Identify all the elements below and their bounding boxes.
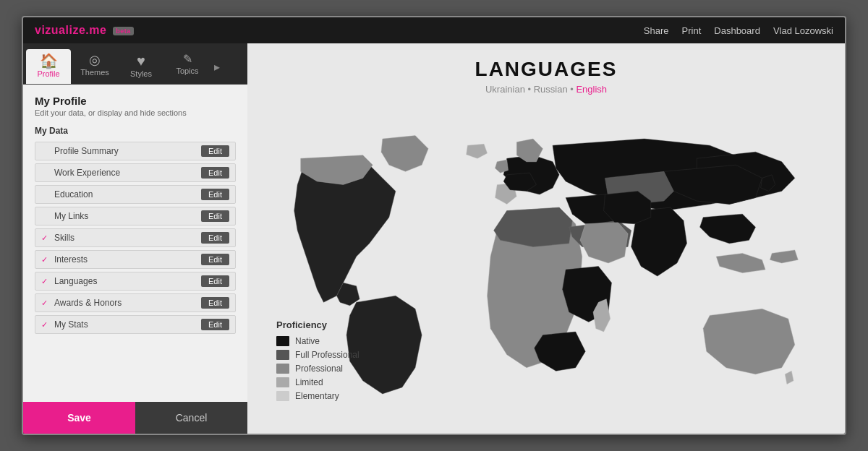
- topics-icon: ✎: [183, 53, 192, 65]
- home-icon: 🏠: [40, 53, 58, 68]
- tab-topics-label: Topics: [176, 66, 198, 75]
- styles-icon: ♥: [137, 53, 145, 68]
- sidebar-tabs: 🏠 Profile ◎ Themes ♥ Styles ✎ Topics ▸: [23, 43, 247, 85]
- legend-items: Native Full Professional Professional Li…: [276, 336, 359, 401]
- legend-item: Professional: [276, 364, 359, 374]
- nav-print[interactable]: Print: [682, 25, 702, 36]
- row-check: ✓: [41, 320, 50, 330]
- beta-badge: beta: [113, 27, 134, 35]
- sidebar-footer: Save Cancel: [23, 402, 247, 434]
- tab-profile[interactable]: 🏠 Profile: [26, 49, 71, 84]
- logo: vizualize.me beta: [35, 24, 134, 37]
- edit-button[interactable]: Edit: [201, 189, 229, 200]
- data-rows-container: Profile Summary Edit Work Experience Edi…: [35, 142, 236, 334]
- save-button[interactable]: Save: [23, 402, 135, 434]
- row-label: Awards & Honors: [54, 298, 201, 308]
- nav-dashboard[interactable]: Dashboard: [714, 25, 760, 36]
- legend-label: Limited: [295, 377, 323, 387]
- data-row: ✓ My Stats Edit: [35, 315, 236, 334]
- legend-swatch: [276, 364, 289, 374]
- profile-subtitle: Edit your data, or display and hide sect…: [35, 108, 236, 117]
- sidebar-arrow[interactable]: ▸: [211, 49, 223, 84]
- legend-swatch: [276, 350, 289, 360]
- nav-share[interactable]: Share: [644, 25, 669, 36]
- edit-button[interactable]: Edit: [201, 167, 229, 179]
- edit-button[interactable]: Edit: [201, 319, 229, 330]
- languages-title: LANGUAGES: [475, 58, 618, 81]
- tab-profile-label: Profile: [37, 69, 59, 78]
- row-check: ✓: [41, 277, 50, 286]
- row-label: My Stats: [54, 319, 201, 330]
- top-nav: Share Print Dashboard Vlad Lozowski: [644, 25, 833, 36]
- logo-text: vizualize.: [35, 24, 89, 36]
- cancel-button[interactable]: Cancel: [135, 402, 247, 434]
- row-check: ✓: [41, 233, 50, 243]
- edit-button[interactable]: Edit: [201, 232, 229, 244]
- legend-item: Limited: [276, 377, 359, 387]
- row-label: Languages: [54, 276, 201, 286]
- row-check: ✓: [41, 255, 50, 265]
- main-content: 🏠 Profile ◎ Themes ♥ Styles ✎ Topics ▸: [23, 43, 845, 434]
- top-bar: vizualize.me beta Share Print Dashboard …: [23, 17, 845, 43]
- legend-label: Elementary: [295, 391, 339, 401]
- data-row: Education Edit: [35, 185, 236, 204]
- logo-accent: me: [89, 24, 106, 36]
- lang-highlight: English: [576, 84, 607, 95]
- data-row: ✓ Awards & Honors Edit: [35, 293, 236, 312]
- tab-themes-label: Themes: [80, 68, 109, 77]
- row-label: Interests: [54, 254, 201, 265]
- tab-styles-label: Styles: [130, 69, 152, 78]
- edit-button[interactable]: Edit: [201, 254, 229, 265]
- my-data-title: My Data: [35, 126, 236, 136]
- row-label: Work Experience: [54, 168, 201, 178]
- edit-button[interactable]: Edit: [201, 297, 229, 309]
- languages-subtitle: Ukrainian • Russian • English: [485, 84, 607, 95]
- legend-label: Professional: [295, 364, 343, 374]
- tab-topics[interactable]: ✎ Topics: [165, 49, 210, 84]
- legend-label: Native: [295, 336, 320, 346]
- row-label: Education: [54, 189, 201, 199]
- legend-item: Elementary: [276, 391, 359, 401]
- edit-button[interactable]: Edit: [201, 145, 229, 157]
- legend-item: Native: [276, 336, 359, 346]
- data-row: Profile Summary Edit: [35, 142, 236, 160]
- edit-button[interactable]: Edit: [201, 275, 229, 287]
- sidebar-body: My Profile Edit your data, or display an…: [23, 85, 247, 402]
- proficiency-legend: Proficiency Native Full Professional Pro…: [276, 319, 359, 405]
- data-row: ✓ Interests Edit: [35, 250, 236, 269]
- data-row: ✓ Languages Edit: [35, 272, 236, 291]
- sidebar: 🏠 Profile ◎ Themes ♥ Styles ✎ Topics ▸: [23, 43, 247, 434]
- profile-title: My Profile: [35, 95, 236, 107]
- legend-swatch: [276, 377, 289, 387]
- nav-user[interactable]: Vlad Lozowski: [773, 25, 833, 36]
- row-label: My Links: [54, 211, 201, 221]
- data-row: Work Experience Edit: [35, 163, 236, 182]
- edit-button[interactable]: Edit: [201, 210, 229, 222]
- row-label: Skills: [54, 233, 201, 243]
- legend-swatch: [276, 391, 289, 401]
- legend-label: Full Professional: [295, 350, 359, 360]
- right-panel: LANGUAGES Ukrainian • Russian • English: [247, 43, 845, 434]
- data-row: My Links Edit: [35, 207, 236, 226]
- themes-icon: ◎: [89, 53, 101, 66]
- app-window: vizualize.me beta Share Print Dashboard …: [22, 16, 846, 435]
- world-map-container: Proficiency Native Full Professional Pro…: [262, 106, 830, 419]
- tab-themes[interactable]: ◎ Themes: [72, 49, 117, 84]
- row-label: Profile Summary: [54, 146, 201, 156]
- tab-styles[interactable]: ♥ Styles: [119, 49, 163, 84]
- legend-swatch: [276, 336, 289, 346]
- row-check: ✓: [41, 298, 50, 308]
- data-row: ✓ Skills Edit: [35, 228, 236, 247]
- legend-item: Full Professional: [276, 350, 359, 360]
- proficiency-title: Proficiency: [276, 319, 359, 330]
